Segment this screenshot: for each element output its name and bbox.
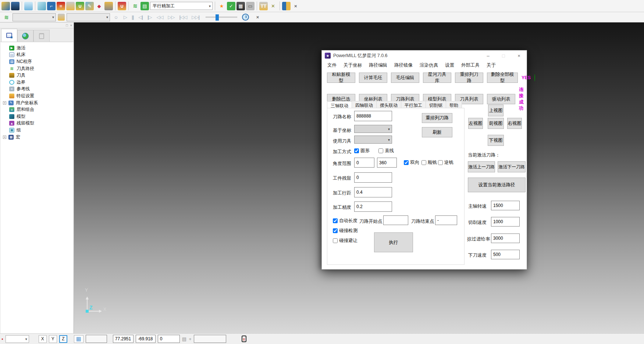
toolpath-name-input[interactable] [354, 111, 392, 121]
expand-icon[interactable]: + [3, 101, 6, 105]
sim-tool-combo[interactable]: ▾ [67, 13, 110, 21]
active-toolpath-combo[interactable]: 平行精加工 ▾ [150, 2, 213, 10]
auto-length-checkbox[interactable]: 自动长度 [333, 218, 357, 224]
stock-input[interactable] [354, 172, 392, 183]
tree-item-activate[interactable]: ▶激活 [4, 45, 73, 52]
tree-item-workplanes[interactable]: +✎用户坐标系 [4, 99, 73, 106]
close-panel-icon[interactable]: × [70, 24, 72, 27]
start-point-input[interactable] [383, 215, 408, 225]
minimize-button[interactable]: – [480, 50, 496, 61]
pattern-icon[interactable]: ◆ [95, 2, 103, 10]
block-edit-button[interactable]: 毛坯编辑 [391, 73, 419, 83]
dialog-titlebar[interactable]: ★ PowerMILL 忆梦星河 7.0.6 – □ × [322, 50, 527, 61]
cursor-y-input[interactable] [136, 335, 156, 343]
execute-button[interactable]: 执行 [374, 232, 413, 252]
light-bulb-icon[interactable]: ○ [112, 13, 120, 21]
cursor-z-input[interactable] [158, 335, 180, 343]
toolpath-list-icon[interactable]: ▤ [140, 2, 149, 10]
refresh-button[interactable]: 刷新 [422, 127, 452, 137]
menu-external-tools[interactable]: 外部工具 [461, 62, 480, 69]
toolpath-icon[interactable]: ≋ [131, 2, 139, 10]
save-project-icon[interactable] [11, 2, 19, 10]
pause-button[interactable]: || [130, 14, 135, 20]
tree-item-macros[interactable]: +▦宏 [4, 134, 73, 141]
menu-coords[interactable]: 关于坐标 [344, 62, 362, 69]
feed-rate-icon[interactable]: ⌐ [47, 2, 56, 10]
collision-check-checkbox[interactable]: 碰撞检测 [333, 228, 357, 234]
cursor-x-input[interactable] [113, 335, 134, 343]
stepover-input[interactable] [354, 187, 392, 197]
tool-icon[interactable] [66, 2, 75, 10]
slider-handle[interactable] [216, 14, 219, 21]
boundary-icon[interactable] [104, 2, 113, 10]
step-forward-button[interactable]: |▷ [146, 14, 153, 20]
bidirectional-checkbox[interactable]: 双向 [404, 159, 419, 166]
block-icon[interactable] [38, 2, 46, 10]
close-button[interactable]: × [511, 50, 527, 61]
timer-icon[interactable] [242, 14, 249, 21]
tree-item-tools[interactable]: 刀具 [4, 72, 73, 79]
tool-pair-icon[interactable]: TT [259, 2, 268, 10]
menu-about[interactable]: 关于 [487, 62, 496, 69]
tree-item-stock-models[interactable]: ▲残留模型 [4, 120, 73, 127]
circle-checkbox[interactable]: 圆形 [354, 148, 370, 154]
conventional-checkbox[interactable]: 逆铣 [438, 159, 453, 166]
axis-y-button[interactable]: Y [49, 335, 57, 343]
view-right-button[interactable]: 右视图 [507, 118, 522, 129]
activate-prev-button[interactable]: 激活上一刀路 [468, 161, 495, 172]
expand-icon[interactable]: + [3, 136, 6, 139]
rapid-heights-icon[interactable]: ≡ [57, 2, 65, 10]
view-left-button[interactable]: 左视图 [468, 118, 483, 129]
angle-from-input[interactable] [354, 158, 374, 168]
tree-item-groups[interactable]: ▣组 [4, 127, 73, 134]
paste-new-model-button[interactable]: 粘贴新模型 [327, 73, 355, 83]
ruler-icon[interactable]: ▭ [246, 2, 255, 10]
tree-item-levels[interactable]: ≡层和组合 [4, 106, 73, 113]
cutting-speed-input[interactable] [491, 217, 520, 227]
tab-explorer[interactable] [1, 29, 17, 42]
step-back-button[interactable]: ◁| [137, 14, 144, 20]
axis-x-button[interactable]: X [39, 335, 47, 343]
statusbar-combo[interactable]: ▾ [6, 335, 29, 343]
collision-check-icon[interactable]: ★ [217, 2, 226, 10]
float-panel-icon[interactable]: □ [66, 24, 68, 27]
workplane-icon[interactable]: ✎ [85, 2, 94, 10]
rearrange-toolpaths-button[interactable]: 重排列刀路 [455, 73, 483, 83]
tree-item-toolpaths[interactable]: ≋刀具路径 [4, 65, 73, 72]
play-button[interactable]: ▷ [122, 14, 128, 20]
drive-list-button[interactable]: 驱动列表 [487, 94, 515, 104]
device-pause-icon[interactable]: || [242, 336, 246, 342]
leads-links-icon[interactable]: ∪ [76, 2, 84, 10]
axis-z-button[interactable]: Z [59, 335, 67, 343]
menu-settings[interactable]: 设置 [445, 62, 454, 69]
open-project-icon[interactable] [1, 2, 10, 10]
plunge-feed-input[interactable] [491, 250, 520, 259]
delete-all-models-button[interactable]: 删除全部模型 [487, 73, 518, 83]
tree-item-feature-sets[interactable]: 特征设置 [4, 92, 73, 99]
go-to-end-button[interactable]: ▷▷| [190, 14, 201, 20]
tab-web[interactable] [17, 30, 33, 42]
menu-path-mirror[interactable]: 路径镜像 [394, 62, 413, 69]
sim-toolpath-combo[interactable]: ▾ [13, 13, 56, 21]
tab-recycle[interactable] [33, 30, 50, 42]
tool-holder-icon[interactable]: ∪ [118, 2, 126, 10]
view-bottom-button[interactable]: 下视图 [488, 135, 504, 146]
maximize-button[interactable]: □ [496, 50, 511, 61]
tolerance-input[interactable] [354, 201, 392, 212]
tolerance-display-input[interactable] [194, 335, 226, 343]
calculator-icon[interactable]: ▦ [236, 2, 245, 10]
grid-size-input[interactable] [86, 335, 107, 343]
end-point-input[interactable] [435, 215, 457, 225]
angle-to-input[interactable] [377, 158, 397, 168]
tree-item-patterns[interactable]: ✕参考线 [4, 86, 73, 93]
verify-icon[interactable]: ✓ [227, 2, 235, 10]
sim-toolbar-close-icon[interactable]: × [254, 14, 262, 21]
menu-render-sim[interactable]: 渲染仿真 [420, 62, 438, 69]
base-coord-combo[interactable]: ▾ [354, 125, 392, 133]
line-checkbox[interactable]: 直线 [378, 148, 394, 154]
toolbar-close-icon[interactable]: × [292, 3, 300, 10]
rearrange-button[interactable]: 重排列刀路 [422, 113, 452, 123]
activate-next-button[interactable]: 激活下一刀路 [498, 161, 526, 172]
tool-library-button[interactable]: 星河刀具库 [423, 73, 451, 83]
menu-path-edit[interactable]: 路径编辑 [369, 62, 387, 69]
